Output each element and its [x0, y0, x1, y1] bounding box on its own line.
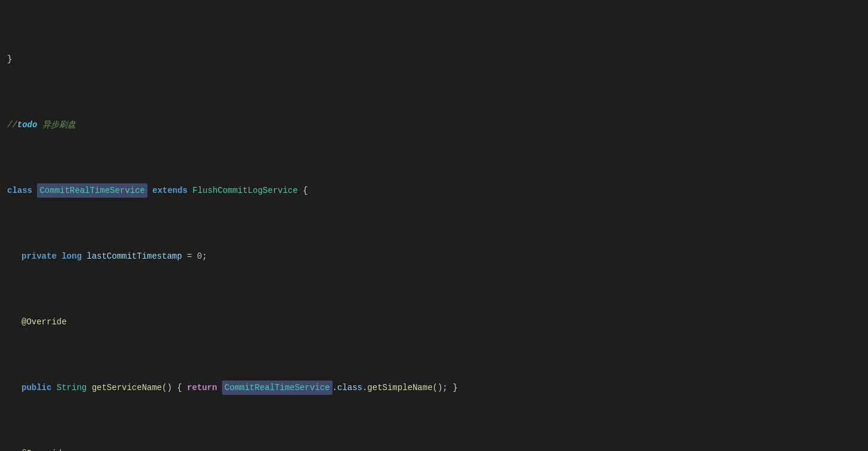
line-6: public String getServiceName() { return … [7, 381, 861, 394]
code-lines: } //todo 异步刷盘 class CommitRealTimeServic… [0, 0, 868, 451]
code-editor: } //todo 异步刷盘 class CommitRealTimeServic… [0, 0, 868, 451]
line-4: private long lastCommitTimestamp = 0; [7, 250, 861, 263]
line-1: } [7, 53, 861, 66]
line-5: @Override [7, 315, 861, 329]
line-2: //todo 异步刷盘 [7, 118, 861, 131]
line-7: @Override [7, 447, 861, 451]
line-3: class CommitRealTimeService extends Flus… [7, 184, 861, 197]
